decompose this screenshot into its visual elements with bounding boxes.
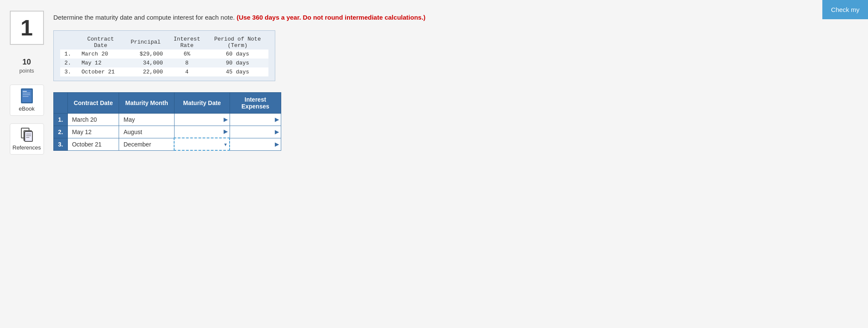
info-col-note <box>60 35 77 50</box>
ans-col-interest: InterestExpenses <box>230 92 281 113</box>
ans-contract-date-2: May 12 <box>67 126 119 138</box>
info-date-2: May 12 <box>77 59 124 67</box>
svg-rect-4 <box>23 96 29 97</box>
answer-table-wrapper: Contract Date Maturity Month Maturity Da… <box>53 92 281 151</box>
info-principal-3: 22,000 <box>124 67 167 76</box>
sidebar: 1 10 points eBook <box>9 9 45 157</box>
info-date-1: March 20 <box>77 50 124 59</box>
info-rate-2: 8 <box>167 59 207 67</box>
references-button[interactable]: References <box>10 123 44 155</box>
info-col-principal: Principal <box>124 35 167 50</box>
info-note-1: 1. <box>60 50 77 59</box>
svg-rect-1 <box>23 91 27 92</box>
maturity-date-3-dropdown[interactable]: ▼ <box>223 142 227 146</box>
table-row: 3. October 21 22,000 4 45 days <box>60 67 268 76</box>
interest-3-arrow: ▶ <box>275 141 279 147</box>
ans-maturity-month-1[interactable]: May <box>119 113 174 126</box>
ans-col-maturity-date: Maturity Date <box>174 92 230 113</box>
info-note-3: 3. <box>60 67 77 76</box>
ans-num-2: 2. <box>54 126 68 138</box>
question-highlight-text: (Use 360 days a year. Do not round inter… <box>236 14 425 21</box>
ebook-icon <box>21 88 33 103</box>
svg-rect-9 <box>26 135 31 136</box>
answer-table: Contract Date Maturity Month Maturity Da… <box>53 92 281 151</box>
ans-maturity-month-3[interactable]: December <box>119 138 174 150</box>
svg-rect-2 <box>23 93 30 94</box>
info-col-term: Period of Note(Term) <box>207 35 268 50</box>
ebook-button[interactable]: eBook <box>10 85 44 116</box>
references-icon <box>20 127 33 142</box>
ans-num-1: 1. <box>54 113 68 126</box>
ans-maturity-date-3[interactable]: ▼ <box>174 138 230 150</box>
ans-col-maturity-month: Maturity Month <box>119 92 174 113</box>
info-principal-1: $29,000 <box>124 50 167 59</box>
ebook-label: eBook <box>19 105 35 112</box>
question-number: 1 <box>20 15 33 41</box>
points-label: points <box>19 67 34 74</box>
svg-rect-3 <box>23 94 30 95</box>
ans-contract-date-1: March 20 <box>67 113 119 126</box>
references-label: References <box>12 144 41 151</box>
table-row: 2. May 12 34,000 8 90 days <box>60 59 268 67</box>
answer-row-2: 2. May 12 August ▶ ▶ <box>54 126 281 138</box>
question-plain-text: Determine the maturity date and compute … <box>53 14 236 21</box>
ans-col-contract-date: Contract Date <box>67 92 119 113</box>
info-principal-2: 34,000 <box>124 59 167 67</box>
info-term-3: 45 days <box>207 67 268 76</box>
maturity-date-1-arrow: ▶ <box>224 117 227 123</box>
info-date-3: October 21 <box>77 67 124 76</box>
interest-1-arrow: ▶ <box>275 117 279 123</box>
info-col-contract-date: ContractDate <box>77 35 124 50</box>
info-term-1: 60 days <box>207 50 268 59</box>
info-rate-3: 4 <box>167 67 207 76</box>
ans-interest-2[interactable]: ▶ <box>230 126 281 138</box>
main-content: Determine the maturity date and compute … <box>45 9 469 157</box>
ans-num-3: 3. <box>54 138 68 150</box>
interest-2-arrow: ▶ <box>275 129 279 135</box>
ans-interest-1[interactable]: ▶ <box>230 113 281 126</box>
ans-interest-3[interactable]: ▶ <box>230 138 281 150</box>
answer-row-1: 1. March 20 May ▶ ▶ <box>54 113 281 126</box>
check-my-button[interactable]: Check my <box>822 0 868 19</box>
svg-rect-10 <box>26 137 29 138</box>
ans-contract-date-3: October 21 <box>67 138 119 150</box>
svg-rect-7 <box>25 132 32 141</box>
ans-maturity-date-2[interactable]: ▶ <box>174 126 230 138</box>
info-note-2: 2. <box>60 59 77 67</box>
svg-rect-8 <box>26 134 31 135</box>
ans-maturity-date-1[interactable]: ▶ <box>174 113 230 126</box>
table-row: 1. March 20 $29,000 6% 60 days <box>60 50 268 59</box>
info-table: ContractDate Principal InterestRate Peri… <box>60 35 268 76</box>
info-table-container: ContractDate Principal InterestRate Peri… <box>53 30 275 81</box>
question-number-box: 1 <box>10 11 44 45</box>
ans-col-num <box>54 92 68 113</box>
points-value: 10 <box>22 58 31 67</box>
maturity-date-2-arrow: ▶ <box>224 129 227 135</box>
ans-maturity-month-2[interactable]: August <box>119 126 174 138</box>
info-col-rate: InterestRate <box>167 35 207 50</box>
answer-row-3: 3. October 21 December ▼ ▶ <box>54 138 281 150</box>
info-rate-1: 6% <box>167 50 207 59</box>
info-term-2: 90 days <box>207 59 268 67</box>
question-text: Determine the maturity date and compute … <box>53 13 457 23</box>
